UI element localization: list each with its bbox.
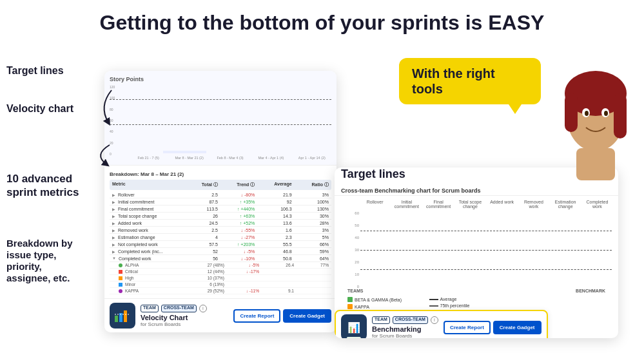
svg-rect-6 [565,93,578,132]
benchmarking-chart: 60 50 40 30 20 10 0 [341,211,612,289]
svg-rect-12 [576,148,615,180]
x-axis-labels: Feb 21 - 7 (5) Mar 8 - Mar 21 (2) Feb 8 … [110,156,331,160]
legend-dash [429,299,438,300]
table-row: ▶Added work 24.5 ↑ +52% 13.6 28% [110,220,331,227]
table-row: ▶Total scope change 26 ↑ +63% 14.3 30% [110,213,331,220]
table-row: ▶Completed work (inc... 52 ↓ -5% 46.8 59… [110,248,331,255]
bar-groups [121,88,331,153]
sub-row-alpha: ALPHA 27 (48%) ↓ -5% 26.4 77% [110,262,331,269]
product-sub-velocity: for Scrum Boards [141,321,228,327]
velocity-chart-label: Velocity chart [6,102,79,115]
person-illustration [547,52,644,180]
svg-point-10 [585,111,589,116]
product-card-velocity: TEAM CROSS-TEAM i Velocity Chart for Scr… [104,298,337,332]
breakdown-label: Breakdown byissue type,priority,assignee… [6,238,79,284]
sub-row-critical: Critical 12 (44%) ↓ -17% [110,269,331,275]
team-tag-bench: TEAM [372,316,390,324]
left-chart-card: Story Points 120 100 80 60 40 20 0 [104,71,337,332]
speech-bubble-text: With the right tools [412,66,495,96]
table-row: ▶Initial commitment 87.5 ↑ +35% 92 100% [110,198,331,205]
bench-target-line-2 [360,250,612,251]
team-tag: TEAM [141,305,159,312]
create-gadget-button[interactable]: Create Gadget [283,309,331,323]
left-annotations: Target lines Velocity chart 10 advanceds… [6,64,79,310]
table-row: ▶Not completed work 57.5 ↑ +203% 55.5 66… [110,241,331,248]
bench-icon-svg: 📊 [345,318,363,336]
bench-target-line-3 [360,269,612,270]
product-name-velocity: Velocity Chart [141,314,228,321]
product-icon-velocity [110,303,135,329]
product-card-benchmarking: 📊 NEW TEAM CROSS-TEAM i Benchmarking for… [335,310,548,338]
sprint-metrics-label: 10 advancedsprint metrics [6,173,79,199]
product-name-bench: Benchmarking [372,325,438,333]
sub-row-high: High 10 (37%) [110,275,331,281]
benchmark-label: BENCHMARK [576,289,605,293]
page-title: Getting to the bottom of your sprints is… [0,0,644,41]
svg-rect-2 [124,310,127,322]
product-tags: TEAM CROSS-TEAM i [141,305,228,312]
product-icon-wrapper: 📊 NEW [341,314,367,338]
new-badge: NEW [347,337,361,338]
velocity-chart-arrow [90,142,113,167]
legend-item-average: Average [429,297,470,301]
product-info-velocity: TEAM CROSS-TEAM i Velocity Chart for Scr… [141,305,228,327]
action-buttons-velocity: Create Report Create Gadget [233,309,331,323]
velocity-chart-area: Story Points 120 100 80 60 40 20 0 [104,71,337,166]
table-row: ▶Final commitment 113.5 ↑ +440% 106.3 13… [110,205,331,213]
chart-column-headers: Rollover Initial commitment Final commit… [341,200,612,209]
product-sub-bench: for Scrum Boards [372,333,438,339]
info-icon[interactable]: i [199,305,207,312]
action-buttons-bench: Create Report Create Gadget [444,321,542,334]
velocity-icon-svg [113,307,132,325]
legend-item-75th: 75th percentile [429,303,470,308]
bar-group-2 [163,151,206,153]
right-chart-title: Cross-team Benchmarking chart for Scrum … [335,184,618,196]
breakdown-header: Breakdown: Mar 8 – Mar 21 (2) [110,169,331,180]
create-report-button-bench[interactable]: Create Report [444,321,491,334]
chart-title-label: Story Points [110,76,144,82]
sub-row-minor: Minor 6 (19%) [110,281,331,288]
create-gadget-button-bench[interactable]: Create Gadget [493,321,542,334]
legend-item-kappa: KAPPA [347,304,409,309]
metrics-table: Breakdown: Mar 8 – Mar 21 (2) Metric Tot… [104,166,337,298]
cross-team-tag: CROSS-TEAM [161,305,197,312]
legend-dash [429,305,438,307]
target-line-2 [110,124,331,125]
table-row: ▶Rollover 2.5 ↓ -80% 21.9 3% [110,191,331,198]
product-icon-bench: 📊 [341,314,367,338]
svg-rect-0 [115,316,118,322]
teams-bench-row: TEAMS BENCHMARK [341,289,612,293]
mini-velocity-chart: 120 100 80 60 40 20 0 [110,85,331,156]
product-info-bench: TEAM CROSS-TEAM i Benchmarking for Scrum… [372,316,438,339]
legend-dot [347,297,353,302]
legend-dot [347,304,353,309]
teams-label: TEAMS [347,289,364,293]
target-lines-label: Target lines [6,64,79,77]
right-chart-card: Target lines Cross-team Benchmarking cha… [335,167,618,338]
svg-rect-7 [614,93,627,138]
info-icon-bench[interactable]: i [431,316,438,324]
table-row: ▶Estimation change 4 ↓ -27% 2.3 5% [110,234,331,241]
product-tags-bench: TEAM CROSS-TEAM i [372,316,438,324]
cross-team-tag-bench: CROSS-TEAM [393,316,428,324]
bench-target-line-1 [360,231,612,231]
table-header: Metric Total ⓘ Trend ⓘ Average Ratio ⓘ [110,180,331,190]
svg-text:📊: 📊 [347,321,360,334]
svg-point-11 [604,111,608,116]
bench-y-axis: 60 50 40 30 20 10 0 [341,211,359,289]
table-row: ▶Removed work 2.5 ↓ -55% 1.6 3% [110,227,331,234]
table-row: ▼Completed work 56 ↓ -10% 50.8 64% [110,255,331,262]
create-report-button[interactable]: Create Report [233,309,280,323]
target-lines-arrow [95,87,115,126]
speech-bubble: With the right tools [399,58,541,104]
person-svg [547,52,644,180]
target-line-1 [110,99,331,100]
sub-row-kappa: KAPPA 29 (52%) ↓ -11% 9.1 [110,288,331,294]
legend-item-beta-gamma-beta: BETA & GAMMA (Beta) [347,297,409,302]
